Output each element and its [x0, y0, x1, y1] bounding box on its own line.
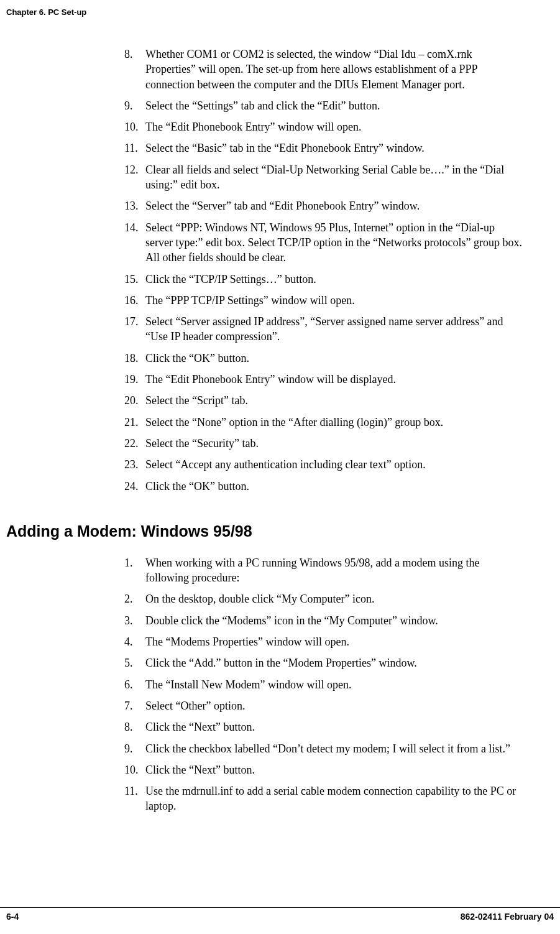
- list-number: 13.: [124, 198, 145, 213]
- list-text: Select the “Script” tab.: [145, 393, 523, 408]
- list-number: 3.: [124, 613, 145, 628]
- list-item: 8.Click the “Next” button.: [124, 719, 523, 734]
- page-footer: 6-4 862-02411 February 04: [0, 907, 560, 922]
- list-number: 22.: [124, 436, 145, 451]
- list-text: Double click the “Modems” icon in the “M…: [145, 613, 523, 628]
- list-text: Select the “Server” tab and “Edit Phoneb…: [145, 198, 523, 213]
- list-item: 22.Select the “Security” tab.: [124, 436, 523, 451]
- list-item: 17.Select “Server assigned IP address”, …: [124, 314, 523, 344]
- list-item: 11.Select the “Basic” tab in the “Edit P…: [124, 141, 523, 155]
- list-text: Click the “OK” button.: [145, 479, 523, 494]
- list-item: 21.Select the “None” option in the “Afte…: [124, 415, 523, 430]
- list-text: Select the “Basic” tab in the “Edit Phon…: [145, 141, 523, 155]
- list-text: Select “Other” option.: [145, 698, 523, 713]
- list-number: 8.: [124, 719, 145, 734]
- list-text: The “Edit Phonebook Entry” window will o…: [145, 119, 523, 134]
- list-item: 14.Select “PPP: Windows NT, Windows 95 P…: [124, 220, 523, 266]
- list-number: 12.: [124, 162, 145, 193]
- list-number: 4.: [124, 634, 145, 649]
- list-item: 19.The “Edit Phonebook Entry” window wil…: [124, 372, 523, 387]
- list-item: 23.Select “Accept any authentication inc…: [124, 457, 523, 472]
- list-text: Select “Accept any authentication includ…: [145, 457, 523, 472]
- list-item: 20.Select the “Script” tab.: [124, 393, 523, 408]
- list-item: 10.Click the “Next” button.: [124, 762, 523, 777]
- list-number: 8.: [124, 47, 145, 92]
- list-text: The “Install New Modem” window will open…: [145, 677, 523, 692]
- list-text: Clear all fields and select “Dial-Up Net…: [145, 162, 523, 193]
- list-text: Click the “Add.” button in the “Modem Pr…: [145, 655, 523, 670]
- list-text: Click the “OK” button.: [145, 351, 523, 366]
- list-number: 17.: [124, 314, 145, 344]
- list-item: 7.Select “Other” option.: [124, 698, 523, 713]
- list-number: 9.: [124, 98, 145, 113]
- page-header: Chapter 6. PC Set-up: [0, 7, 560, 22]
- list-number: 2.: [124, 591, 145, 606]
- list-number: 19.: [124, 372, 145, 387]
- list-text: The “Modems Properties” window will open…: [145, 634, 523, 649]
- list-text: Select the “Settings” tab and click the …: [145, 98, 523, 113]
- list-number: 18.: [124, 351, 145, 366]
- list-item: 15.Click the “TCP/IP Settings…” button.: [124, 272, 523, 287]
- list-number: 11.: [124, 141, 145, 155]
- list-item: 11.Use the mdrnull.inf to add a serial c…: [124, 784, 523, 814]
- page-content: 8.Whether COM1 or COM2 is selected, the …: [0, 22, 560, 814]
- list-number: 10.: [124, 762, 145, 777]
- page-number: 6-4: [6, 912, 19, 922]
- list-text: Select “PPP: Windows NT, Windows 95 Plus…: [145, 220, 523, 266]
- chapter-title: Chapter 6. PC Set-up: [6, 7, 86, 17]
- list-item: 2.On the desktop, double click “My Compu…: [124, 591, 523, 606]
- list-item: 9.Select the “Settings” tab and click th…: [124, 98, 523, 113]
- list-item: 18.Click the “OK” button.: [124, 351, 523, 366]
- list-text: Click the checkbox labelled “Don’t detec…: [145, 741, 523, 756]
- list-number: 21.: [124, 415, 145, 430]
- list-number: 14.: [124, 220, 145, 266]
- list-text: Select “Server assigned IP address”, “Se…: [145, 314, 523, 344]
- list-text: Use the mdrnull.inf to add a serial cabl…: [145, 784, 523, 814]
- list-text: Whether COM1 or COM2 is selected, the wi…: [145, 47, 523, 92]
- section-heading: Adding a Modem: Windows 95/98: [6, 522, 523, 540]
- list-text: The “Edit Phonebook Entry” window will b…: [145, 372, 523, 387]
- list-item: 10.The “Edit Phonebook Entry” window wil…: [124, 119, 523, 134]
- list-item: 1.When working with a PC running Windows…: [124, 555, 523, 586]
- list-item: 24.Click the “OK” button.: [124, 479, 523, 494]
- doc-reference: 862-02411 February 04: [461, 912, 554, 922]
- list-text: The “PPP TCP/IP Settings” window will op…: [145, 293, 523, 308]
- list-text: Click the “TCP/IP Settings…” button.: [145, 272, 523, 287]
- list-number: 5.: [124, 655, 145, 670]
- ordered-list-1: 8.Whether COM1 or COM2 is selected, the …: [124, 47, 523, 494]
- list-number: 20.: [124, 393, 145, 408]
- list-text: Click the “Next” button.: [145, 719, 523, 734]
- list-number: 16.: [124, 293, 145, 308]
- list-item: 3.Double click the “Modems” icon in the …: [124, 613, 523, 628]
- list-item: 8.Whether COM1 or COM2 is selected, the …: [124, 47, 523, 92]
- list-number: 11.: [124, 784, 145, 814]
- list-text: On the desktop, double click “My Compute…: [145, 591, 523, 606]
- list-number: 6.: [124, 677, 145, 692]
- list-text: Click the “Next” button.: [145, 762, 523, 777]
- list-item: 6.The “Install New Modem” window will op…: [124, 677, 523, 692]
- list-item: 4.The “Modems Properties” window will op…: [124, 634, 523, 649]
- list-item: 13.Select the “Server” tab and “Edit Pho…: [124, 198, 523, 213]
- list-item: 12.Clear all fields and select “Dial-Up …: [124, 162, 523, 193]
- list-number: 1.: [124, 555, 145, 586]
- list-item: 9.Click the checkbox labelled “Don’t det…: [124, 741, 523, 756]
- list-number: 7.: [124, 698, 145, 713]
- ordered-list-2: 1.When working with a PC running Windows…: [124, 555, 523, 814]
- list-item: 5.Click the “Add.” button in the “Modem …: [124, 655, 523, 670]
- list-number: 15.: [124, 272, 145, 287]
- list-number: 9.: [124, 741, 145, 756]
- list-number: 24.: [124, 479, 145, 494]
- list-number: 23.: [124, 457, 145, 472]
- list-text: Select the “None” option in the “After d…: [145, 415, 523, 430]
- list-number: 10.: [124, 119, 145, 134]
- list-item: 16.The “PPP TCP/IP Settings” window will…: [124, 293, 523, 308]
- list-text: Select the “Security” tab.: [145, 436, 523, 451]
- list-text: When working with a PC running Windows 9…: [145, 555, 523, 586]
